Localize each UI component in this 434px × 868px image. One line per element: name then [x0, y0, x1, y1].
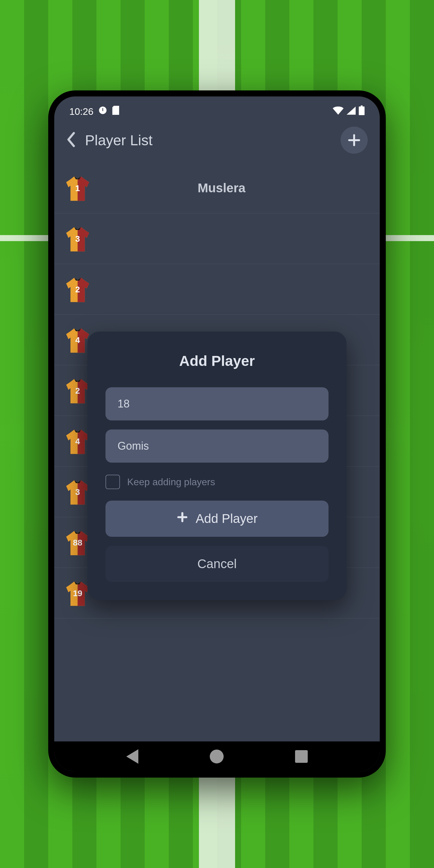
- add-player-confirm-button[interactable]: Add Player: [105, 501, 329, 537]
- plus-icon: [176, 511, 188, 526]
- jersey-number: 19: [73, 589, 82, 598]
- status-time: 10:26: [69, 106, 93, 117]
- back-icon[interactable]: [66, 132, 76, 148]
- jersey-number: 4: [75, 437, 80, 446]
- list-item[interactable]: 1 Muslera: [54, 163, 380, 213]
- jersey-number: 88: [73, 538, 82, 548]
- phone-screen: 10:26 Player List: [54, 96, 380, 772]
- jersey-icon: 2: [63, 275, 92, 304]
- add-player-dialog: Add Player Keep adding players Add Playe…: [87, 332, 347, 600]
- phone-frame: 10:26 Player List: [48, 90, 386, 778]
- list-item[interactable]: 2: [54, 264, 380, 315]
- keep-adding-row[interactable]: Keep adding players: [105, 472, 329, 501]
- page-title: Player List: [85, 132, 153, 149]
- jersey-number: 2: [75, 285, 80, 294]
- signal-icon: [347, 106, 355, 117]
- nav-back-icon[interactable]: [126, 749, 138, 764]
- svg-rect-3: [361, 105, 363, 106]
- keep-adding-checkbox[interactable]: [105, 475, 120, 489]
- jersey-icon: 3: [63, 224, 92, 253]
- cancel-button[interactable]: Cancel: [105, 546, 329, 582]
- jersey-number: 1: [75, 184, 80, 193]
- player-name: Muslera: [101, 181, 371, 195]
- player-number-input[interactable]: [105, 387, 329, 421]
- status-bar: 10:26: [54, 96, 380, 121]
- status-dnd-icon: [98, 106, 107, 117]
- jersey-number: 3: [75, 234, 80, 244]
- svg-rect-2: [359, 106, 364, 115]
- nav-home-icon[interactable]: [210, 749, 224, 764]
- wifi-icon: [333, 106, 344, 117]
- jersey-number: 2: [75, 386, 80, 396]
- jersey-icon: 1: [63, 174, 92, 202]
- keep-adding-label: Keep adding players: [127, 476, 215, 488]
- status-sd-icon: [112, 106, 119, 117]
- dialog-title: Add Player: [105, 352, 329, 369]
- jersey-number: 3: [75, 487, 80, 497]
- jersey-number: 4: [75, 336, 80, 345]
- player-name-input[interactable]: [105, 430, 329, 463]
- add-button-label: Add Player: [195, 512, 257, 526]
- app-header: Player List: [54, 121, 380, 163]
- nav-recents-icon[interactable]: [295, 750, 308, 763]
- add-player-button[interactable]: [341, 127, 368, 154]
- battery-icon: [359, 105, 365, 118]
- svg-rect-1: [102, 108, 103, 111]
- list-item[interactable]: 3: [54, 213, 380, 264]
- android-navbar: [54, 741, 380, 772]
